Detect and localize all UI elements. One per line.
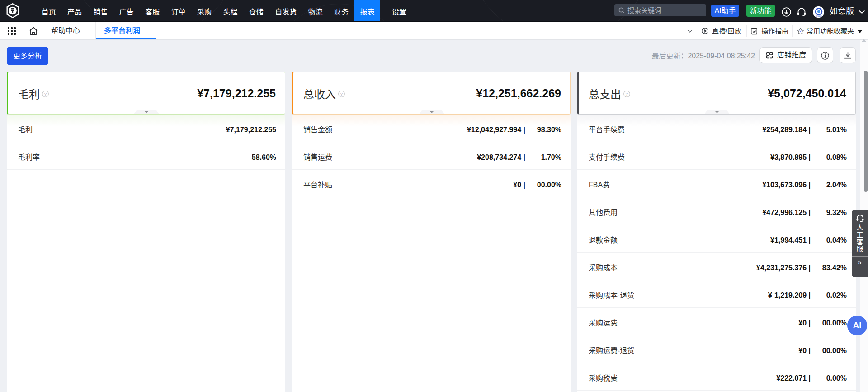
svg-text:?: ?: [340, 91, 343, 96]
svg-text:?: ?: [44, 91, 47, 96]
svg-text:?: ?: [626, 91, 628, 96]
svg-text:LECANG: LECANG: [816, 15, 822, 17]
